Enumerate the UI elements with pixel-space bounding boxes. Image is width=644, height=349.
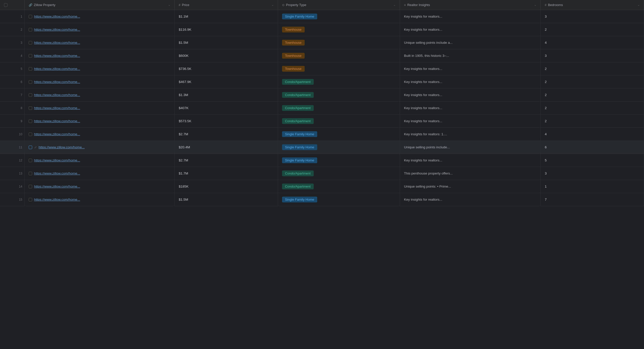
price-cell: $2.7M xyxy=(175,154,278,167)
row-checkbox[interactable] xyxy=(29,41,32,45)
realtor-insights-cell: Key insights for realtors... xyxy=(400,75,541,89)
zillow-url-link[interactable]: https://www.zillow.com/home... xyxy=(34,106,80,110)
row-number-cell: 8 xyxy=(0,102,24,115)
zillow-url-link[interactable]: https://www.zillow.com/home... xyxy=(34,67,80,71)
row-number-cell: 15 xyxy=(0,193,24,206)
row-number: 13 xyxy=(19,172,22,175)
zillow-url-link[interactable]: https://www.zillow.com/home... xyxy=(34,28,80,31)
row-checkbox[interactable] xyxy=(29,198,32,201)
zillow-url-link[interactable]: https://www.zillow.com/home... xyxy=(34,158,80,162)
row-number: 1 xyxy=(21,15,22,18)
zillow-url-link[interactable]: https://www.zillow.com/home... xyxy=(34,185,80,188)
zillow-url-cell[interactable]: https://www.zillow.com/home... xyxy=(24,180,174,193)
zillow-url-link[interactable]: https://www.zillow.com/home... xyxy=(34,171,80,175)
price-cell: $1.5M xyxy=(175,193,278,206)
sort-icon-price[interactable]: ⌄ xyxy=(271,3,274,7)
property-type-badge: Condo/Apartment xyxy=(282,118,314,124)
zillow-url-cell[interactable]: https://www.zillow.com/home... xyxy=(24,115,174,128)
zillow-url-link[interactable]: https://www.zillow.com/home... xyxy=(34,80,80,84)
zillow-url-cell[interactable]: https://www.zillow.com/home... xyxy=(24,193,174,206)
header-property-type[interactable]: ⊙ Property Type ⌄ xyxy=(278,0,400,10)
zillow-url-cell[interactable]: https://www.zillow.com/home... xyxy=(24,75,174,89)
row-checkbox[interactable] xyxy=(29,93,32,97)
property-type-cell: Townhouse xyxy=(278,62,400,75)
price-cell: $1.1M xyxy=(175,10,278,23)
property-type-badge: Condo/Apartment xyxy=(282,92,314,98)
header-price[interactable]: # Price ⌄ xyxy=(175,0,278,10)
row-checkbox[interactable] xyxy=(29,15,32,18)
property-type-badge: Single Family Home xyxy=(282,14,317,19)
property-type-badge: Townhouse xyxy=(282,53,305,59)
zillow-url-cell[interactable]: https://www.zillow.com/home... xyxy=(24,89,174,102)
property-type-cell: Condo/Apartment xyxy=(278,167,400,180)
zillow-url-link[interactable]: https://www.zillow.com/home... xyxy=(34,132,80,136)
row-checkbox[interactable] xyxy=(29,54,32,58)
row-checkbox[interactable] xyxy=(29,172,32,175)
row-number-cell: 14 xyxy=(0,180,24,193)
header-zillow[interactable]: 🔗 Zillow Property ⌄ xyxy=(24,0,174,10)
row-checkbox[interactable] xyxy=(29,80,32,84)
header-zillow-label: Zillow Property xyxy=(34,3,56,7)
row-number-cell: 10 xyxy=(0,128,24,141)
sort-icon-bedrooms[interactable]: ⌄ xyxy=(637,3,640,7)
row-checkbox[interactable] xyxy=(29,106,32,110)
header-bedrooms[interactable]: # Bedrooms ⌄ xyxy=(541,0,644,10)
property-type-badge: Townhouse xyxy=(282,27,305,32)
zillow-url-link[interactable]: https://www.zillow.com/home... xyxy=(34,15,80,18)
row-checkbox[interactable] xyxy=(29,185,32,188)
row-number-cell: 12 xyxy=(0,154,24,167)
zillow-url-cell[interactable]: https://www.zillow.com/home... xyxy=(24,49,174,62)
table-row: 13https://www.zillow.com/home...$1.7MCon… xyxy=(0,167,644,180)
row-checkbox[interactable] xyxy=(29,67,32,71)
zillow-url-link[interactable]: https://www.zillow.com/home... xyxy=(34,41,80,45)
zillow-url-cell[interactable]: ⤢https://www.zillow.com/home... xyxy=(24,141,174,154)
header-checkbox-col[interactable] xyxy=(0,0,24,10)
row-number: 6 xyxy=(21,80,22,84)
sort-icon-property-type[interactable]: ⌄ xyxy=(393,3,396,7)
zillow-url-link[interactable]: https://www.zillow.com/home... xyxy=(34,54,80,58)
zillow-url-cell[interactable]: https://www.zillow.com/home... xyxy=(24,10,174,23)
expand-row-icon[interactable]: ⤢ xyxy=(34,146,37,149)
realtor-insights-cell: Built in 1905, this historic 3–... xyxy=(400,49,541,62)
row-number-cell: 2 xyxy=(0,23,24,36)
realtor-insights-cell: Key insights for realtors... xyxy=(400,154,541,167)
row-checkbox[interactable] xyxy=(29,159,32,162)
header-checkbox[interactable] xyxy=(4,3,8,7)
zillow-url-cell[interactable]: https://www.zillow.com/home... xyxy=(24,154,174,167)
property-type-badge: Condo/Apartment xyxy=(282,105,314,111)
hash-icon-bedrooms: # xyxy=(545,3,546,7)
zillow-url-link[interactable]: https://www.zillow.com/home... xyxy=(34,93,80,97)
sort-icon-realtor[interactable]: ⌄ xyxy=(534,3,536,7)
bedrooms-cell: 4 xyxy=(541,128,644,141)
zillow-url-cell[interactable]: https://www.zillow.com/home... xyxy=(24,36,174,49)
price-cell: $407K xyxy=(175,102,278,115)
row-checkbox[interactable] xyxy=(29,119,32,123)
sort-icon-zillow[interactable]: ⌄ xyxy=(168,3,170,7)
zillow-url-cell[interactable]: https://www.zillow.com/home... xyxy=(24,128,174,141)
row-number: 8 xyxy=(21,106,22,110)
row-number: 7 xyxy=(21,93,22,97)
row-checkbox[interactable] xyxy=(29,133,32,136)
link-icon: 🔗 xyxy=(29,3,32,7)
zillow-url-link[interactable]: https://www.zillow.com/home... xyxy=(34,198,80,201)
price-cell: $573.5K xyxy=(175,115,278,128)
property-type-cell: Single Family Home xyxy=(278,154,400,167)
property-type-badge: Condo/Apartment xyxy=(282,184,314,189)
property-type-cell: Condo/Apartment xyxy=(278,89,400,102)
property-type-cell: Townhouse xyxy=(278,36,400,49)
zillow-url-cell[interactable]: https://www.zillow.com/home... xyxy=(24,167,174,180)
zillow-url-cell[interactable]: https://www.zillow.com/home... xyxy=(24,102,174,115)
zillow-url-cell[interactable]: https://www.zillow.com/home... xyxy=(24,62,174,75)
row-checkbox[interactable] xyxy=(29,28,32,31)
row-number: 11 xyxy=(19,146,22,149)
zillow-url-cell[interactable]: https://www.zillow.com/home... xyxy=(24,23,174,36)
header-realtor-insights[interactable]: ≡ Realtor Insights ⌄ xyxy=(400,0,541,10)
row-checkbox[interactable] xyxy=(29,146,32,149)
circle-icon-property: ⊙ xyxy=(282,3,285,7)
zillow-url-link[interactable]: https://www.zillow.com/home... xyxy=(39,145,85,149)
realtor-insights-cell: Key insights for realtors... xyxy=(400,23,541,36)
price-cell: $1.7M xyxy=(175,167,278,180)
property-type-cell: Condo/Apartment xyxy=(278,115,400,128)
realtor-insights-cell: This penthouse property offers... xyxy=(400,167,541,180)
zillow-url-link[interactable]: https://www.zillow.com/home... xyxy=(34,119,80,123)
